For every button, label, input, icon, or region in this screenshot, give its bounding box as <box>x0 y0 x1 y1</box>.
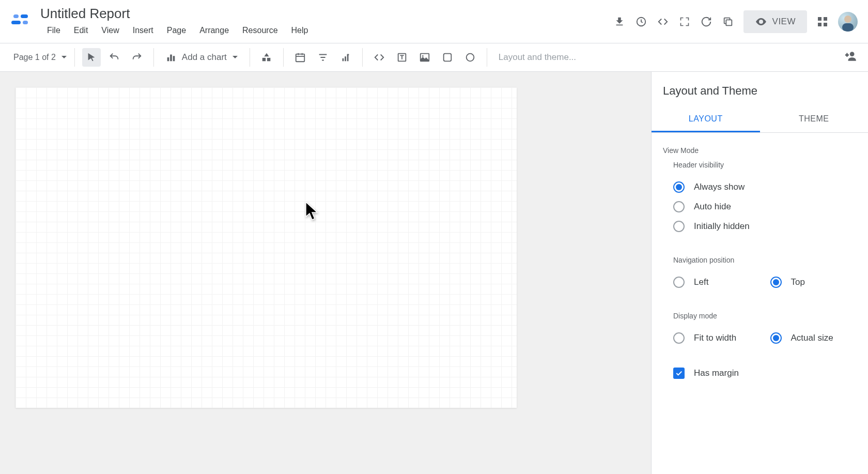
data-control-button[interactable] <box>336 48 355 67</box>
radio-icon <box>673 277 685 288</box>
app-logo <box>10 11 31 32</box>
apps-grid-icon[interactable] <box>816 16 829 28</box>
copy-icon[interactable] <box>722 16 734 28</box>
svg-rect-11 <box>842 23 854 32</box>
report-canvas[interactable] <box>16 87 517 408</box>
svg-rect-8 <box>818 23 822 26</box>
embed-icon[interactable] <box>657 16 669 28</box>
view-button-label: VIEW <box>772 17 796 27</box>
page-selector[interactable]: Page 1 of 2 <box>13 53 67 62</box>
radio-label: Fit to width <box>694 333 736 343</box>
label-header-visibility: Header visibility <box>673 161 857 169</box>
text-button[interactable] <box>393 48 411 67</box>
undo-button[interactable] <box>105 48 123 67</box>
radio-fit-width[interactable]: Fit to width <box>663 328 760 348</box>
menu-arrange[interactable]: Arrange <box>193 23 236 38</box>
bar-chart-icon <box>165 52 177 63</box>
svg-rect-12 <box>167 57 169 61</box>
svg-point-23 <box>422 55 424 57</box>
chevron-down-icon <box>232 54 238 60</box>
menu-bar: File Edit View Insert Page Arrange Resou… <box>40 23 613 38</box>
view-button[interactable]: VIEW <box>743 10 807 33</box>
circle-button[interactable] <box>461 48 479 67</box>
checkbox-icon <box>673 368 685 379</box>
menu-page[interactable]: Page <box>160 23 193 38</box>
radio-label: Always show <box>694 182 745 192</box>
svg-rect-14 <box>173 56 175 61</box>
radio-icon <box>770 277 782 288</box>
svg-rect-9 <box>824 23 827 26</box>
section-view-mode: View Mode <box>663 146 857 155</box>
history-icon[interactable] <box>635 16 647 28</box>
cursor-overlay <box>305 201 319 224</box>
url-embed-button[interactable] <box>370 48 389 67</box>
redo-button[interactable] <box>128 48 146 67</box>
radio-label: Left <box>694 277 708 287</box>
menu-resource[interactable]: Resource <box>236 23 284 38</box>
add-chart-label: Add a chart <box>182 52 227 63</box>
radio-icon <box>673 201 685 212</box>
svg-rect-6 <box>818 17 822 21</box>
radio-icon <box>673 181 685 193</box>
menu-help[interactable]: Help <box>285 23 315 38</box>
download-icon[interactable] <box>613 16 626 28</box>
radio-label: Top <box>791 277 805 287</box>
radio-initially-hidden[interactable]: Initially hidden <box>663 217 857 236</box>
canvas-area[interactable] <box>0 72 651 474</box>
svg-rect-20 <box>347 55 349 62</box>
svg-rect-15 <box>262 58 266 61</box>
fullscreen-icon[interactable] <box>678 16 691 28</box>
user-avatar[interactable] <box>838 12 858 32</box>
radio-nav-left[interactable]: Left <box>663 272 760 292</box>
date-range-button[interactable] <box>291 48 309 67</box>
svg-point-10 <box>844 16 851 23</box>
svg-point-26 <box>850 52 855 56</box>
label-navigation-position: Navigation position <box>673 256 857 264</box>
svg-rect-7 <box>824 17 827 21</box>
radio-icon <box>770 332 782 344</box>
radio-actual-size[interactable]: Actual size <box>760 328 857 348</box>
svg-rect-5 <box>726 20 732 25</box>
menu-insert[interactable]: Insert <box>126 23 160 38</box>
radio-nav-top[interactable]: Top <box>760 272 857 292</box>
svg-rect-19 <box>345 56 346 61</box>
toolbar: Page 1 of 2 Add a chart <box>0 43 868 72</box>
menu-file[interactable]: File <box>40 23 67 38</box>
menu-view[interactable]: View <box>95 23 126 38</box>
report-title[interactable]: Untitled Report <box>40 5 613 22</box>
menu-edit[interactable]: Edit <box>67 23 95 38</box>
add-chart-button[interactable]: Add a chart <box>161 50 242 65</box>
svg-point-25 <box>466 54 474 62</box>
rectangle-button[interactable] <box>438 48 457 67</box>
radio-icon <box>673 332 685 344</box>
label-display-mode: Display mode <box>673 312 857 320</box>
svg-rect-3 <box>23 21 28 24</box>
image-button[interactable] <box>415 48 434 67</box>
pointer-tool[interactable] <box>82 48 101 67</box>
radio-label: Actual size <box>791 333 833 343</box>
refresh-icon[interactable] <box>700 16 712 28</box>
radio-label: Auto hide <box>694 202 731 212</box>
radio-icon <box>673 221 685 232</box>
panel-tabs: LAYOUT THEME <box>652 107 868 133</box>
radio-auto-hide[interactable]: Auto hide <box>663 197 857 217</box>
radio-label: Initially hidden <box>694 221 750 232</box>
svg-rect-2 <box>11 21 21 24</box>
community-visualizations-button[interactable] <box>257 48 276 67</box>
tab-layout[interactable]: LAYOUT <box>652 107 760 132</box>
checkbox-label: Has margin <box>694 368 739 378</box>
header-bar: Untitled Report File Edit View Insert Pa… <box>0 0 868 43</box>
chevron-down-icon <box>61 54 67 60</box>
radio-always-show[interactable]: Always show <box>663 177 857 197</box>
add-people-button[interactable] <box>844 50 858 65</box>
checkbox-has-margin[interactable]: Has margin <box>663 363 857 383</box>
svg-rect-17 <box>296 54 305 62</box>
filter-control-button[interactable] <box>314 48 332 67</box>
layout-theme-input[interactable]: Layout and theme... <box>494 50 837 65</box>
svg-rect-24 <box>443 54 451 62</box>
svg-rect-18 <box>342 58 344 62</box>
svg-rect-16 <box>267 58 270 61</box>
side-panel: Layout and Theme LAYOUT THEME View Mode … <box>651 72 868 474</box>
svg-rect-1 <box>21 14 28 18</box>
tab-theme[interactable]: THEME <box>760 107 869 132</box>
